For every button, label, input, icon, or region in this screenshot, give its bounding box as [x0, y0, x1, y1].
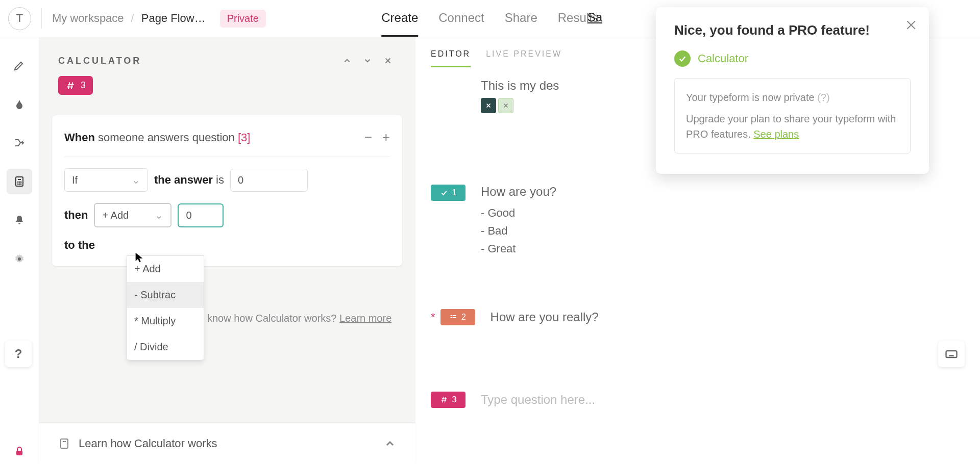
nav-edit-icon[interactable]: [7, 53, 32, 78]
remove-rule-button[interactable]: −: [364, 130, 372, 145]
tab-editor[interactable]: EDITOR: [431, 49, 471, 67]
svg-point-5: [18, 184, 18, 185]
breadcrumb: My workspace / Page Flow… Private: [52, 10, 266, 28]
svg-point-4: [21, 182, 21, 183]
svg-line-29: [445, 397, 446, 402]
svg-rect-24: [451, 317, 452, 318]
svg-point-6: [19, 184, 20, 185]
svg-line-15: [71, 82, 73, 89]
see-plans-link[interactable]: See plans: [753, 128, 799, 140]
required-star: *: [431, 311, 435, 324]
nav-design-icon[interactable]: [7, 91, 32, 117]
svg-line-28: [442, 397, 443, 402]
hash-icon: [440, 396, 448, 404]
close-icon[interactable]: [904, 18, 918, 34]
dropdown-divide[interactable]: / Divide: [127, 334, 204, 360]
help-bar-label: Learn how Calculator works: [79, 437, 217, 450]
operation-dropdown: + Add - Subtrac * Multiply / Divide: [127, 255, 204, 360]
check-icon: [674, 50, 691, 67]
question-2-title[interactable]: How are you really?: [491, 310, 965, 324]
add-rule-button[interactable]: +: [382, 130, 390, 145]
help-bar[interactable]: Learn how Calculator works: [39, 423, 415, 464]
chevron-down-icon: ⌄: [155, 209, 163, 221]
tab-live-preview[interactable]: LIVE PREVIEW: [486, 49, 562, 67]
popup-info: Your typeform is now private (?) Upgrade…: [674, 78, 911, 153]
svg-rect-25: [453, 317, 456, 318]
calc-question-badge[interactable]: 3: [58, 76, 93, 95]
learn-more-link[interactable]: Learn more: [339, 313, 391, 324]
chip-remove-icon[interactable]: [481, 98, 496, 113]
nav-notifications-icon[interactable]: [7, 208, 32, 233]
hash-icon: [65, 81, 76, 91]
popup-title: Nice, you found a PRO feature!: [674, 22, 911, 38]
help-button[interactable]: ?: [5, 341, 32, 367]
question-3-placeholder[interactable]: Type question here...: [481, 393, 965, 407]
svg-rect-22: [451, 315, 452, 316]
learn-more-text: know how Calculator works? Learn more: [207, 313, 391, 324]
avatar[interactable]: T: [8, 7, 31, 30]
calculator-title: CALCULATOR: [58, 56, 141, 66]
svg-rect-16: [61, 439, 68, 448]
svg-rect-9: [16, 451, 22, 455]
list-icon: [449, 313, 457, 321]
the-answer-label: the answer is: [154, 173, 224, 187]
dropdown-subtract[interactable]: - Subtrac: [127, 282, 204, 308]
dropdown-multiply[interactable]: * Multiply: [127, 308, 204, 334]
tab-connect[interactable]: Connect: [438, 0, 484, 37]
nav-settings-icon[interactable]: [7, 246, 32, 272]
help-hint[interactable]: (?): [817, 92, 829, 103]
tab-create[interactable]: Create: [381, 0, 418, 37]
nav-calculator-icon[interactable]: [7, 169, 32, 194]
svg-rect-23: [453, 315, 456, 316]
svg-point-2: [18, 182, 18, 183]
close-panel-icon[interactable]: [380, 53, 396, 69]
divider: [41, 8, 42, 29]
rule-card: When someone answers question [3] − + If…: [52, 115, 402, 266]
svg-line-14: [68, 82, 70, 89]
operation-select[interactable]: + Add ⌄: [94, 203, 172, 227]
if-select[interactable]: If ⌄: [64, 168, 148, 192]
pro-feature-popup: Nice, you found a PRO feature! Calculato…: [656, 7, 929, 174]
nav-logic-icon[interactable]: [7, 130, 32, 156]
badge-number: 3: [81, 80, 86, 91]
rule-when-text: When someone answers question [3]: [64, 131, 250, 144]
workspace-link[interactable]: My workspace: [52, 12, 124, 25]
project-name[interactable]: Page Flow…: [141, 12, 206, 25]
question-badge-1[interactable]: 1: [431, 185, 465, 201]
question-1-options[interactable]: - Good - Bad - Great: [481, 204, 965, 258]
svg-point-7: [21, 184, 21, 185]
dropdown-add[interactable]: + Add: [127, 256, 204, 282]
chevron-up-icon: [384, 437, 396, 450]
to-the-label: to the: [64, 239, 95, 252]
move-down-icon[interactable]: [359, 53, 376, 69]
calculator-icon: [58, 437, 70, 450]
question-1-title[interactable]: How are you?: [481, 185, 965, 199]
then-label: then: [64, 209, 88, 222]
keyboard-button[interactable]: [938, 341, 965, 367]
check-icon: [440, 189, 448, 197]
nav-lock-icon[interactable]: [7, 439, 32, 464]
chip-add-icon[interactable]: [498, 98, 513, 113]
answer-value-input[interactable]: [230, 169, 308, 192]
svg-rect-32: [946, 351, 957, 357]
save-button[interactable]: Sa: [587, 10, 602, 24]
question-badge-3[interactable]: 3: [431, 392, 465, 408]
chevron-down-icon: ⌄: [132, 174, 140, 186]
operation-value-input[interactable]: [178, 203, 224, 227]
private-badge: Private: [220, 10, 266, 28]
tab-share[interactable]: Share: [505, 0, 537, 37]
question-badge-2[interactable]: 2: [440, 309, 475, 325]
popup-feature-name: Calculator: [698, 52, 748, 65]
breadcrumb-sep: /: [131, 12, 134, 25]
svg-point-3: [19, 182, 20, 183]
move-up-icon[interactable]: [339, 53, 355, 69]
